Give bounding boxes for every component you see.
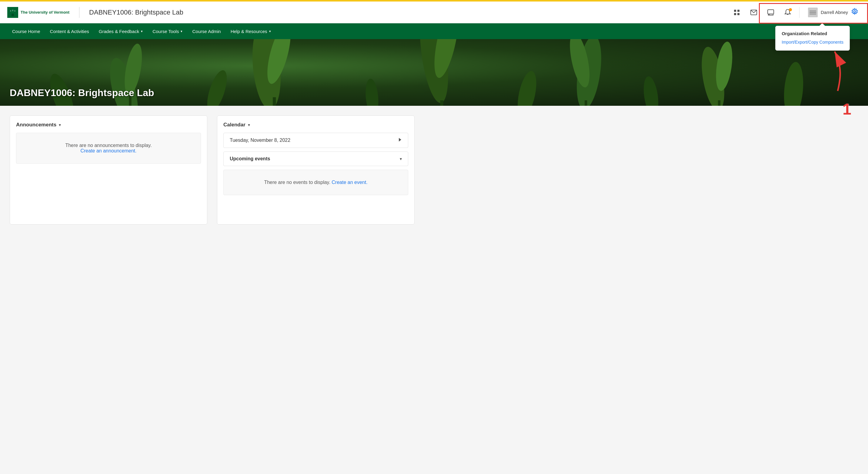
svg-point-37 xyxy=(514,69,540,106)
hero-banner: DABNEY1006: Brightspace Lab xyxy=(0,39,868,106)
course-title: DABNEY1006: Brightspace Lab xyxy=(89,8,183,17)
svg-rect-5 xyxy=(12,10,13,11)
svg-point-36 xyxy=(364,78,380,106)
svg-point-17 xyxy=(854,10,856,12)
svg-rect-30 xyxy=(585,100,587,106)
announcements-title: Announcements xyxy=(16,122,56,128)
bell-button[interactable] xyxy=(782,7,793,18)
svg-rect-13 xyxy=(768,10,774,14)
grades-chevron-icon: ▾ xyxy=(141,29,143,33)
svg-rect-6 xyxy=(14,10,16,11)
svg-rect-27 xyxy=(440,100,443,106)
svg-rect-15 xyxy=(809,12,816,13)
svg-rect-9 xyxy=(737,10,740,12)
user-area[interactable]: Darrell Abney xyxy=(806,6,861,19)
create-event-link[interactable]: Create an event. xyxy=(332,180,367,185)
top-bar-left: The University of Vermont DABNEY1006: Br… xyxy=(7,7,731,18)
svg-point-39 xyxy=(782,61,805,106)
course-tools-chevron-icon: ▾ xyxy=(181,29,182,33)
calendar-date: Tuesday, November 8, 2022 xyxy=(230,137,290,143)
calendar-header: Calendar ▾ xyxy=(223,122,408,128)
nav-course-tools[interactable]: Course Tools ▾ xyxy=(148,23,187,39)
svg-rect-7 xyxy=(11,13,14,16)
hero-title: DABNEY1006: Brightspace Lab xyxy=(10,87,154,98)
announcements-widget: Announcements ▾ There are no announcemen… xyxy=(10,116,207,225)
help-chevron-icon: ▾ xyxy=(269,29,271,33)
nav-course-home[interactable]: Course Home xyxy=(7,23,45,39)
svg-rect-14 xyxy=(809,10,816,11)
top-bar: The University of Vermont DABNEY1006: Br… xyxy=(0,1,868,23)
uvm-logo[interactable]: The University of Vermont xyxy=(7,7,69,18)
calendar-chevron-icon[interactable]: ▾ xyxy=(248,122,250,127)
nav-course-admin[interactable]: Course Admin xyxy=(187,23,225,39)
play-icon xyxy=(398,137,402,142)
svg-rect-16 xyxy=(809,13,816,14)
org-dropdown: Organization Related Import/Export/Copy … xyxy=(775,26,850,51)
calendar-widget: Calendar ▾ Tuesday, November 8, 2022 Upc… xyxy=(217,116,414,225)
nav-content-activities[interactable]: Content & Activities xyxy=(45,23,94,39)
svg-rect-8 xyxy=(734,10,736,12)
gear-icon[interactable] xyxy=(851,8,858,17)
calendar-title: Calendar xyxy=(223,122,246,128)
notification-dot xyxy=(789,8,792,11)
top-bar-right: Darrell Abney xyxy=(731,6,861,19)
svg-rect-4 xyxy=(10,10,11,11)
announcements-header: Announcements ▾ xyxy=(16,122,201,128)
svg-rect-33 xyxy=(718,100,720,106)
calendar-date-row: Tuesday, November 8, 2022 xyxy=(223,133,408,148)
no-events-box: There are no events to display. Create a… xyxy=(223,170,408,195)
top-bar-separator xyxy=(799,7,800,18)
upcoming-chevron-icon[interactable]: ▾ xyxy=(400,156,402,161)
mail-icon xyxy=(750,9,757,16)
uvm-logo-text: The University of Vermont xyxy=(21,10,69,15)
no-announcements-text: There are no announcements to display. xyxy=(65,143,152,148)
upcoming-events-row: Upcoming events ▾ xyxy=(223,152,408,166)
org-dropdown-title: Organization Related xyxy=(782,31,843,36)
svg-point-38 xyxy=(642,75,661,106)
chat-button[interactable] xyxy=(765,7,776,18)
main-content: Announcements ▾ There are no announcemen… xyxy=(0,106,424,234)
create-announcement-link[interactable]: Create an announcement. xyxy=(80,148,136,153)
calendar-next-button[interactable] xyxy=(398,137,402,144)
avatar-icon xyxy=(809,10,816,15)
nav-help-resources[interactable]: Help & Resources ▾ xyxy=(226,23,276,39)
svg-rect-11 xyxy=(737,13,740,15)
avatar xyxy=(808,7,818,17)
nav-grades-feedback[interactable]: Grades & Feedback ▾ xyxy=(94,23,148,39)
mail-button[interactable] xyxy=(748,7,759,18)
grid-button[interactable] xyxy=(731,7,742,18)
announcements-body: There are no announcements to display. C… xyxy=(16,133,201,164)
user-name: Darrell Abney xyxy=(821,10,848,15)
nav-bar: Course Home Content & Activities Grades … xyxy=(0,23,868,39)
svg-point-35 xyxy=(204,68,231,106)
announcements-chevron-icon[interactable]: ▾ xyxy=(59,122,61,127)
upcoming-events-title: Upcoming events xyxy=(230,156,270,161)
grid-icon xyxy=(733,9,740,16)
top-bar-divider xyxy=(79,7,80,18)
svg-rect-24 xyxy=(273,97,276,106)
import-export-link[interactable]: Import/Export/Copy Components xyxy=(782,39,843,45)
chat-icon xyxy=(767,9,774,16)
uvm-logo-icon xyxy=(7,7,18,18)
svg-rect-10 xyxy=(734,13,736,15)
